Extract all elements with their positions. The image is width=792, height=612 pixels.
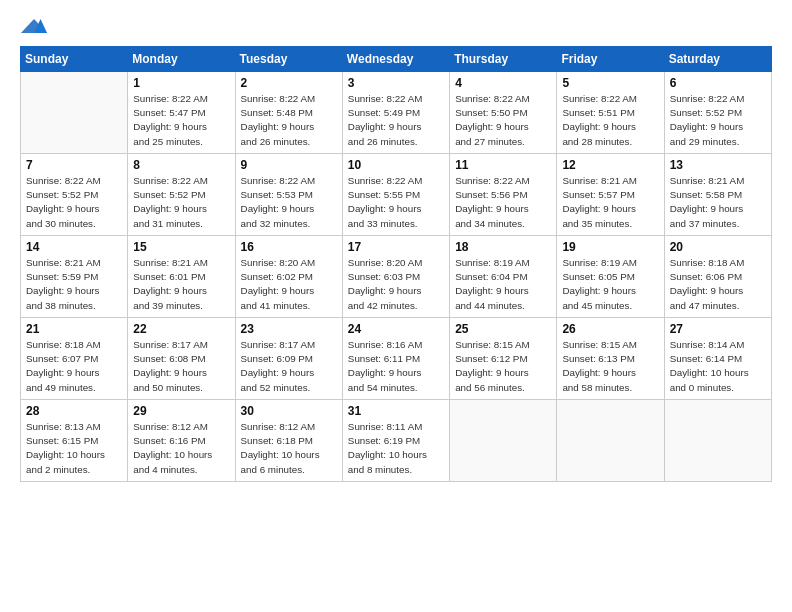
weekday-header-friday: Friday (557, 47, 664, 72)
day-info: Sunrise: 8:21 AMSunset: 5:59 PMDaylight:… (26, 256, 122, 313)
day-info: Sunrise: 8:17 AMSunset: 6:09 PMDaylight:… (241, 338, 337, 395)
logo (20, 18, 48, 36)
day-number: 11 (455, 158, 551, 172)
calendar-cell (450, 400, 557, 482)
weekday-header-row: SundayMondayTuesdayWednesdayThursdayFrid… (21, 47, 772, 72)
calendar-week-2: 7Sunrise: 8:22 AMSunset: 5:52 PMDaylight… (21, 154, 772, 236)
day-number: 24 (348, 322, 444, 336)
weekday-header-wednesday: Wednesday (342, 47, 449, 72)
day-info: Sunrise: 8:20 AMSunset: 6:02 PMDaylight:… (241, 256, 337, 313)
weekday-header-saturday: Saturday (664, 47, 771, 72)
day-info: Sunrise: 8:22 AMSunset: 5:52 PMDaylight:… (133, 174, 229, 231)
day-number: 6 (670, 76, 766, 90)
day-info: Sunrise: 8:17 AMSunset: 6:08 PMDaylight:… (133, 338, 229, 395)
day-info: Sunrise: 8:22 AMSunset: 5:50 PMDaylight:… (455, 92, 551, 149)
day-number: 15 (133, 240, 229, 254)
calendar-cell: 14Sunrise: 8:21 AMSunset: 5:59 PMDayligh… (21, 236, 128, 318)
day-number: 19 (562, 240, 658, 254)
calendar-cell: 15Sunrise: 8:21 AMSunset: 6:01 PMDayligh… (128, 236, 235, 318)
day-info: Sunrise: 8:21 AMSunset: 6:01 PMDaylight:… (133, 256, 229, 313)
day-number: 27 (670, 322, 766, 336)
calendar-cell: 24Sunrise: 8:16 AMSunset: 6:11 PMDayligh… (342, 318, 449, 400)
day-info: Sunrise: 8:19 AMSunset: 6:04 PMDaylight:… (455, 256, 551, 313)
day-info: Sunrise: 8:15 AMSunset: 6:13 PMDaylight:… (562, 338, 658, 395)
day-number: 22 (133, 322, 229, 336)
day-info: Sunrise: 8:22 AMSunset: 5:48 PMDaylight:… (241, 92, 337, 149)
calendar-week-4: 21Sunrise: 8:18 AMSunset: 6:07 PMDayligh… (21, 318, 772, 400)
day-info: Sunrise: 8:21 AMSunset: 5:58 PMDaylight:… (670, 174, 766, 231)
day-number: 4 (455, 76, 551, 90)
day-number: 30 (241, 404, 337, 418)
calendar-cell: 11Sunrise: 8:22 AMSunset: 5:56 PMDayligh… (450, 154, 557, 236)
calendar-cell: 6Sunrise: 8:22 AMSunset: 5:52 PMDaylight… (664, 72, 771, 154)
day-info: Sunrise: 8:14 AMSunset: 6:14 PMDaylight:… (670, 338, 766, 395)
calendar-cell: 31Sunrise: 8:11 AMSunset: 6:19 PMDayligh… (342, 400, 449, 482)
calendar-week-5: 28Sunrise: 8:13 AMSunset: 6:15 PMDayligh… (21, 400, 772, 482)
weekday-header-thursday: Thursday (450, 47, 557, 72)
calendar-cell: 16Sunrise: 8:20 AMSunset: 6:02 PMDayligh… (235, 236, 342, 318)
day-number: 1 (133, 76, 229, 90)
day-number: 5 (562, 76, 658, 90)
calendar-cell: 28Sunrise: 8:13 AMSunset: 6:15 PMDayligh… (21, 400, 128, 482)
weekday-header-sunday: Sunday (21, 47, 128, 72)
calendar-cell: 5Sunrise: 8:22 AMSunset: 5:51 PMDaylight… (557, 72, 664, 154)
day-info: Sunrise: 8:19 AMSunset: 6:05 PMDaylight:… (562, 256, 658, 313)
day-info: Sunrise: 8:18 AMSunset: 6:07 PMDaylight:… (26, 338, 122, 395)
day-number: 13 (670, 158, 766, 172)
day-info: Sunrise: 8:22 AMSunset: 5:51 PMDaylight:… (562, 92, 658, 149)
calendar-cell (21, 72, 128, 154)
calendar-cell: 10Sunrise: 8:22 AMSunset: 5:55 PMDayligh… (342, 154, 449, 236)
day-info: Sunrise: 8:22 AMSunset: 5:52 PMDaylight:… (26, 174, 122, 231)
calendar-cell: 18Sunrise: 8:19 AMSunset: 6:04 PMDayligh… (450, 236, 557, 318)
day-info: Sunrise: 8:20 AMSunset: 6:03 PMDaylight:… (348, 256, 444, 313)
calendar-cell: 1Sunrise: 8:22 AMSunset: 5:47 PMDaylight… (128, 72, 235, 154)
day-number: 2 (241, 76, 337, 90)
day-info: Sunrise: 8:12 AMSunset: 6:18 PMDaylight:… (241, 420, 337, 477)
calendar-cell: 20Sunrise: 8:18 AMSunset: 6:06 PMDayligh… (664, 236, 771, 318)
day-number: 29 (133, 404, 229, 418)
day-info: Sunrise: 8:22 AMSunset: 5:49 PMDaylight:… (348, 92, 444, 149)
day-info: Sunrise: 8:21 AMSunset: 5:57 PMDaylight:… (562, 174, 658, 231)
calendar-cell: 17Sunrise: 8:20 AMSunset: 6:03 PMDayligh… (342, 236, 449, 318)
day-number: 10 (348, 158, 444, 172)
day-number: 17 (348, 240, 444, 254)
calendar-cell: 23Sunrise: 8:17 AMSunset: 6:09 PMDayligh… (235, 318, 342, 400)
day-info: Sunrise: 8:22 AMSunset: 5:53 PMDaylight:… (241, 174, 337, 231)
day-number: 3 (348, 76, 444, 90)
calendar-cell: 3Sunrise: 8:22 AMSunset: 5:49 PMDaylight… (342, 72, 449, 154)
calendar-cell (664, 400, 771, 482)
day-number: 25 (455, 322, 551, 336)
day-number: 8 (133, 158, 229, 172)
calendar-cell: 27Sunrise: 8:14 AMSunset: 6:14 PMDayligh… (664, 318, 771, 400)
day-info: Sunrise: 8:22 AMSunset: 5:56 PMDaylight:… (455, 174, 551, 231)
calendar-table: SundayMondayTuesdayWednesdayThursdayFrid… (20, 46, 772, 482)
day-number: 28 (26, 404, 122, 418)
day-info: Sunrise: 8:22 AMSunset: 5:47 PMDaylight:… (133, 92, 229, 149)
day-info: Sunrise: 8:22 AMSunset: 5:52 PMDaylight:… (670, 92, 766, 149)
logo-icon (20, 18, 48, 34)
calendar-cell: 9Sunrise: 8:22 AMSunset: 5:53 PMDaylight… (235, 154, 342, 236)
calendar-cell: 25Sunrise: 8:15 AMSunset: 6:12 PMDayligh… (450, 318, 557, 400)
calendar-week-1: 1Sunrise: 8:22 AMSunset: 5:47 PMDaylight… (21, 72, 772, 154)
calendar-cell: 7Sunrise: 8:22 AMSunset: 5:52 PMDaylight… (21, 154, 128, 236)
calendar-cell: 21Sunrise: 8:18 AMSunset: 6:07 PMDayligh… (21, 318, 128, 400)
calendar-cell: 12Sunrise: 8:21 AMSunset: 5:57 PMDayligh… (557, 154, 664, 236)
day-number: 16 (241, 240, 337, 254)
page: SundayMondayTuesdayWednesdayThursdayFrid… (0, 0, 792, 612)
header (20, 18, 772, 36)
calendar-cell (557, 400, 664, 482)
calendar-week-3: 14Sunrise: 8:21 AMSunset: 5:59 PMDayligh… (21, 236, 772, 318)
calendar-cell: 26Sunrise: 8:15 AMSunset: 6:13 PMDayligh… (557, 318, 664, 400)
day-number: 21 (26, 322, 122, 336)
weekday-header-tuesday: Tuesday (235, 47, 342, 72)
day-info: Sunrise: 8:13 AMSunset: 6:15 PMDaylight:… (26, 420, 122, 477)
calendar-cell: 29Sunrise: 8:12 AMSunset: 6:16 PMDayligh… (128, 400, 235, 482)
weekday-header-monday: Monday (128, 47, 235, 72)
day-number: 23 (241, 322, 337, 336)
calendar-cell: 13Sunrise: 8:21 AMSunset: 5:58 PMDayligh… (664, 154, 771, 236)
day-number: 18 (455, 240, 551, 254)
day-number: 31 (348, 404, 444, 418)
calendar-cell: 30Sunrise: 8:12 AMSunset: 6:18 PMDayligh… (235, 400, 342, 482)
day-number: 26 (562, 322, 658, 336)
day-info: Sunrise: 8:18 AMSunset: 6:06 PMDaylight:… (670, 256, 766, 313)
